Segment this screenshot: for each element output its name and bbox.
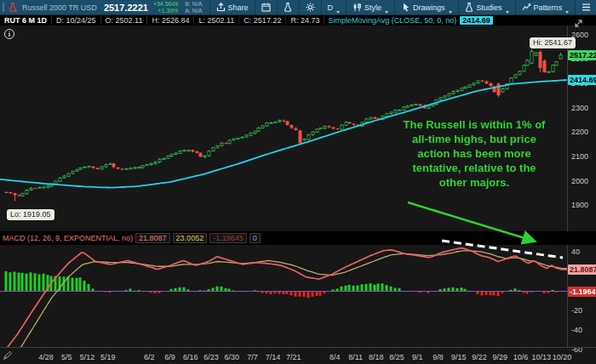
symbol-value[interactable]: RUT bbox=[3, 3, 4, 12]
macd-header-value: 0 bbox=[249, 233, 261, 243]
change-pct: +1.39% bbox=[153, 8, 178, 14]
trading-platform-window: RUT Russell 2000 TR USD 2517.2221 +34.56… bbox=[0, 0, 596, 364]
toolbar-button-menu-icon[interactable] bbox=[575, 0, 596, 15]
macd-values: 21.808723.0052-1.196450 bbox=[135, 233, 261, 243]
toolbar-button-label: D bbox=[328, 3, 334, 12]
chevron-down-icon bbox=[506, 11, 509, 14]
low-tooltip: Lo: 1919.05 bbox=[7, 209, 54, 220]
pencil-icon[interactable] bbox=[3, 349, 13, 364]
bid-value: B: N/A bbox=[185, 1, 202, 8]
macd-axis-tick: 40 bbox=[571, 247, 580, 256]
toolbar-button-d[interactable]: D bbox=[321, 0, 347, 15]
calendar-icon bbox=[261, 3, 271, 12]
last-price-badge: 2517.22 bbox=[568, 50, 596, 60]
toolbar-button-drawings[interactable]: Drawings bbox=[394, 0, 458, 15]
toolbar-button-calendar-icon[interactable] bbox=[255, 0, 277, 15]
patterns-icon bbox=[522, 3, 531, 12]
chevron-down-icon bbox=[336, 11, 340, 14]
ohlc-field: C: 2517.22 bbox=[239, 16, 286, 25]
share-icon bbox=[216, 3, 226, 12]
flask-icon bbox=[284, 3, 293, 12]
alert-flask-icon[interactable] bbox=[9, 3, 17, 12]
price-change: +34.5649 +1.39% bbox=[153, 1, 178, 14]
chevron-down-icon bbox=[565, 11, 569, 14]
ohlc-field: R: 24.73 bbox=[286, 16, 324, 25]
toolbar-button-label: Drawings bbox=[413, 3, 445, 12]
macd-header-value: 21.8087 bbox=[135, 233, 170, 243]
info-icon[interactable]: i bbox=[4, 29, 14, 39]
flask-icon bbox=[465, 3, 474, 12]
sma-value-badge: 2414.69 bbox=[568, 75, 596, 85]
toolbar-button-label: Share bbox=[228, 3, 249, 12]
toolbar-button-label: Studies bbox=[477, 3, 502, 12]
macd-line-badge: 21.8087 bbox=[568, 264, 596, 275]
macd-panel[interactable]: 40200-20-40-60 bbox=[0, 245, 596, 347]
maximize-panel-icon[interactable] bbox=[574, 16, 583, 31]
time-axis-label: 10/20 bbox=[547, 353, 576, 361]
time-axis-label: 5/19 bbox=[94, 353, 123, 361]
ohlc-field: L: 2502.11 bbox=[194, 16, 239, 25]
menu-icon bbox=[582, 3, 591, 12]
sma-study-value: 2414.69 bbox=[460, 16, 493, 25]
bid-ask: B: N/A A: N/A bbox=[185, 1, 202, 14]
chart-title: RUT 6 M 1D bbox=[0, 16, 52, 25]
macd-axis-tick: -40 bbox=[571, 326, 582, 334]
ohlc-fields: D: 10/24/25O: 2502.11H: 2526.84L: 2502.1… bbox=[52, 16, 324, 25]
toolbar-button-share[interactable]: Share bbox=[209, 0, 255, 15]
ohlc-field: O: 2502.11 bbox=[101, 16, 148, 25]
macd-header-value: 23.0052 bbox=[173, 233, 208, 243]
style-icon bbox=[352, 3, 362, 12]
toolbar-button-studies[interactable]: Studies bbox=[458, 0, 515, 15]
price-axis-tick: 2200 bbox=[571, 128, 588, 136]
toolbar-button-label: Patterns bbox=[534, 3, 563, 12]
time-axis-label: 7/21 bbox=[279, 353, 308, 361]
macd-hist-badge: -1.1964 bbox=[568, 287, 596, 297]
chart-header-row: RUT 6 M 1D D: 10/24/25O: 2502.11H: 2526.… bbox=[0, 15, 596, 26]
macd-chart-canvas[interactable] bbox=[0, 245, 567, 347]
instrument-name: Russell 2000 TR USD bbox=[22, 3, 97, 12]
macd-axis-tick: -20 bbox=[571, 306, 582, 315]
toolbar-button-patterns[interactable]: Patterns bbox=[515, 0, 576, 15]
symbol-input[interactable]: RUT bbox=[3, 2, 4, 13]
time-axis[interactable]: 4/285/55/125/196/26/96/166/236/307/77/14… bbox=[0, 347, 596, 364]
gear-icon bbox=[306, 3, 315, 12]
ask-value: A: N/A bbox=[185, 8, 202, 14]
macd-header-row: MACD (12, 26, 9, EXPONENTIAL, no) 21.808… bbox=[0, 231, 596, 245]
toolbar-button-flask-icon[interactable] bbox=[277, 0, 299, 15]
toolbar-button-style[interactable]: Style bbox=[346, 0, 394, 15]
ohlc-field: D: 10/24/25 bbox=[52, 16, 101, 25]
change-abs: +34.5649 bbox=[153, 1, 178, 8]
macd-header-value: -1.19645 bbox=[209, 233, 247, 243]
ohlc-field: H: 2526.84 bbox=[147, 16, 194, 25]
price-axis-tick: 2300 bbox=[571, 104, 588, 112]
price-axis-tick: 1900 bbox=[571, 201, 588, 209]
high-tooltip: Hi: 2541.67 bbox=[530, 37, 576, 48]
sma-study-label[interactable]: SimpleMovingAvg (CLOSE, 50, 0, no) bbox=[324, 16, 460, 25]
annotation-text[interactable]: The Russell is within 1% of all-time hig… bbox=[375, 117, 573, 190]
toolbar-buttons: ShareDStyleDrawingsStudiesPatterns bbox=[209, 0, 596, 15]
cursor-icon bbox=[401, 3, 410, 12]
chevron-down-icon bbox=[449, 11, 452, 14]
top-toolbar: RUT Russell 2000 TR USD 2517.2221 +34.56… bbox=[0, 0, 596, 15]
macd-study-label[interactable]: MACD (12, 26, 9, EXPONENTIAL, no) bbox=[3, 234, 133, 242]
price-axis-tick: 2100 bbox=[571, 152, 588, 161]
toolbar-button-gear-icon[interactable] bbox=[299, 0, 321, 15]
price-axis-tick: 2000 bbox=[571, 177, 588, 185]
chevron-down-icon bbox=[385, 11, 388, 14]
toolbar-button-label: Style bbox=[364, 3, 381, 12]
last-price: 2517.2221 bbox=[104, 3, 148, 13]
